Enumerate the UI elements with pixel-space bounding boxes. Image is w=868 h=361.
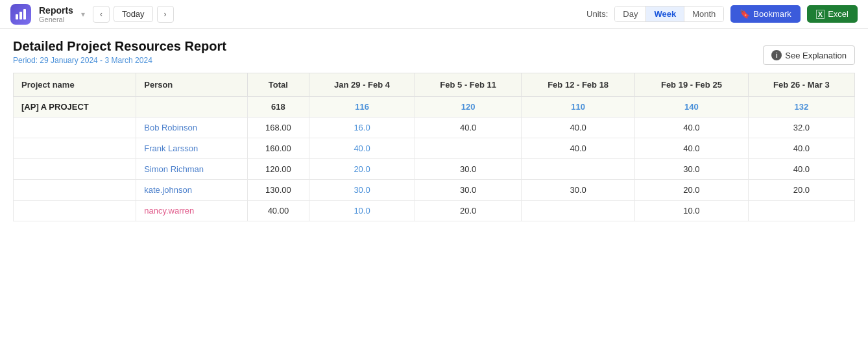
row-week5	[748, 201, 854, 221]
excel-button[interactable]: X Excel	[807, 5, 858, 23]
row-week5: 20.0	[748, 180, 854, 201]
row-total: 130.00	[247, 180, 309, 201]
reports-label: Reports	[39, 5, 73, 16]
page-content: Detailed Project Resources Report Period…	[0, 29, 868, 232]
svg-rect-0	[16, 14, 18, 19]
project-week1: 116	[309, 97, 415, 118]
project-week4: 140	[635, 97, 749, 118]
unit-day-button[interactable]: Day	[615, 6, 646, 21]
project-name: [AP] A PROJECT	[14, 97, 136, 118]
row-project	[14, 159, 136, 180]
prev-button[interactable]: ‹	[93, 6, 110, 23]
row-project	[14, 138, 136, 159]
top-bar-right: Units: Day Week Month 🔖 Bookmark X Excel	[586, 5, 858, 23]
app-title-group: Reports General	[39, 5, 73, 23]
col-week3: Feb 12 - Feb 18	[522, 73, 635, 97]
row-total: 160.00	[247, 138, 309, 159]
table-row: Bob Robinson 168.00 16.0 40.0 40.0 40.0 …	[14, 118, 855, 138]
col-total: Total	[247, 73, 309, 97]
row-total: 40.00	[247, 201, 309, 221]
row-week5: 40.0	[748, 138, 854, 159]
unit-month-button[interactable]: Month	[684, 6, 723, 21]
project-week5: 132	[748, 97, 854, 118]
table-row: nancy.warren 40.00 10.0 20.0 10.0	[14, 201, 855, 221]
app-logo	[10, 4, 31, 25]
next-button[interactable]: ›	[157, 6, 174, 23]
row-week2: 30.0	[415, 159, 522, 180]
unit-week-button[interactable]: Week	[646, 6, 684, 21]
row-week4: 40.0	[635, 118, 749, 138]
chevron-down-icon[interactable]: ▾	[81, 10, 85, 19]
person-name: Simon Richman	[136, 159, 248, 180]
table-row: Frank Larsson 160.00 40.0 40.0 40.0 40.0	[14, 138, 855, 159]
see-explanation-label: See Explanation	[785, 51, 847, 60]
bookmark-button[interactable]: 🔖 Bookmark	[730, 5, 801, 23]
person-name: Frank Larsson	[136, 138, 248, 159]
row-week3: 40.0	[522, 138, 635, 159]
row-week2: 20.0	[415, 201, 522, 221]
person-name: nancy.warren	[136, 201, 248, 221]
row-project	[14, 180, 136, 201]
project-week2: 120	[415, 97, 522, 118]
today-button[interactable]: Today	[114, 6, 153, 22]
row-week3	[522, 201, 635, 221]
row-week4: 10.0	[635, 201, 749, 221]
row-week1: 10.0	[309, 201, 415, 221]
units-group: Day Week Month	[614, 6, 724, 22]
col-week2: Feb 5 - Feb 11	[415, 73, 522, 97]
general-label: General	[39, 16, 73, 23]
bookmark-icon: 🔖	[740, 9, 750, 19]
row-week2	[415, 138, 522, 159]
row-week1: 20.0	[309, 159, 415, 180]
units-label: Units:	[586, 9, 608, 19]
bookmark-label: Bookmark	[753, 9, 791, 19]
col-week4: Feb 19 - Feb 25	[635, 73, 749, 97]
svg-rect-1	[19, 12, 22, 19]
table-row: kate.johnson 130.00 30.0 30.0 30.0 20.0 …	[14, 180, 855, 201]
report-table: Project name Person Total Jan 29 - Feb 4…	[13, 73, 855, 221]
table-header-row: Project name Person Total Jan 29 - Feb 4…	[14, 73, 855, 97]
row-week1: 40.0	[309, 138, 415, 159]
row-week3: 30.0	[522, 180, 635, 201]
see-explanation-button[interactable]: i See Explanation	[763, 45, 855, 65]
row-week2: 40.0	[415, 118, 522, 138]
row-total: 168.00	[247, 118, 309, 138]
person-name: kate.johnson	[136, 180, 248, 201]
table-row: Simon Richman 120.00 20.0 30.0 30.0 40.0	[14, 159, 855, 180]
row-week4: 40.0	[635, 138, 749, 159]
row-week4: 30.0	[635, 159, 749, 180]
person-name: Bob Robinson	[136, 118, 248, 138]
row-week3: 40.0	[522, 118, 635, 138]
top-bar-left: Reports General ▾ ‹ Today ›	[10, 4, 174, 25]
row-total: 120.00	[247, 159, 309, 180]
col-week5: Feb 26 - Mar 3	[748, 73, 854, 97]
project-summary-row: [AP] A PROJECT 618 116 120 110 140 132	[14, 97, 855, 118]
row-week4: 20.0	[635, 180, 749, 201]
row-project	[14, 201, 136, 221]
col-person: Person	[136, 73, 248, 97]
top-bar: Reports General ▾ ‹ Today › Units: Day W…	[0, 0, 868, 29]
row-week2: 30.0	[415, 180, 522, 201]
row-week3	[522, 159, 635, 180]
col-week1: Jan 29 - Feb 4	[309, 73, 415, 97]
row-week1: 16.0	[309, 118, 415, 138]
row-week5: 40.0	[748, 159, 854, 180]
row-week1: 30.0	[309, 180, 415, 201]
excel-label: Excel	[828, 9, 849, 19]
excel-icon: X	[816, 10, 825, 19]
row-project	[14, 118, 136, 138]
project-person-empty	[136, 97, 248, 118]
info-icon: i	[771, 50, 782, 60]
project-total: 618	[247, 97, 309, 118]
project-week3: 110	[522, 97, 635, 118]
svg-rect-2	[23, 9, 26, 19]
row-week5: 32.0	[748, 118, 854, 138]
col-project-name: Project name	[14, 73, 136, 97]
nav-controls: ‹ Today ›	[93, 6, 174, 23]
